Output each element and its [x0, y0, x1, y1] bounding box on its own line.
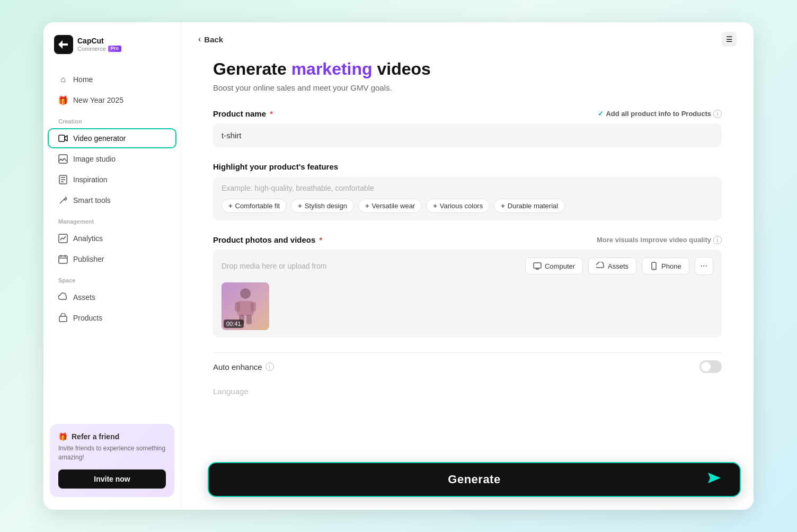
title-suffix: videos	[373, 59, 431, 78]
feature-tag-colors[interactable]: + Various colors	[426, 199, 490, 213]
sidebar-item-new-year[interactable]: 🎁 New Year 2025	[48, 90, 176, 110]
feature-tag-durable[interactable]: + Durable material	[494, 199, 565, 213]
sidebar-item-home-label: Home	[73, 75, 93, 84]
page-title: Generate marketing videos	[213, 59, 722, 79]
quality-note: More visuals improve video quality i	[597, 236, 722, 244]
media-thumbnails: 00:41	[222, 282, 713, 330]
sidebar-item-inspiration[interactable]: Inspiration	[48, 170, 176, 190]
sidebar-item-products[interactable]: Products	[48, 308, 176, 328]
product-name-label: Product name * ✓ Add all product info to…	[213, 109, 722, 118]
media-box: Drop media here or upload from Computer	[213, 250, 722, 338]
sidebar-item-products-label: Products	[73, 314, 102, 322]
auto-enhance-toggle[interactable]	[699, 360, 722, 373]
plus-icon: +	[365, 202, 369, 210]
image-studio-icon	[58, 154, 68, 164]
svg-rect-2	[59, 155, 67, 163]
upload-phone-button[interactable]: Phone	[642, 258, 689, 274]
svg-rect-23	[251, 302, 256, 312]
upload-assets-button[interactable]: Assets	[588, 258, 636, 274]
referral-gift-icon: 🎁	[58, 432, 67, 441]
sidebar-item-smart-tools[interactable]: Smart tools	[48, 190, 176, 210]
required-indicator: *	[317, 235, 322, 244]
brand-sub: Commerce Pro	[77, 46, 121, 52]
features-section: Highlight your product's features Exampl…	[213, 162, 722, 220]
invite-now-button[interactable]: Invite now	[58, 469, 166, 489]
generate-arrow-icon	[706, 469, 723, 490]
sidebar-item-video-label: Video generator	[73, 134, 126, 143]
analytics-icon	[58, 234, 68, 243]
form-area: Generate marketing videos Boost your onl…	[181, 47, 754, 510]
feature-tag-versatile[interactable]: + Versatile wear	[358, 199, 422, 213]
svg-rect-25	[246, 315, 252, 324]
sidebar-item-assets[interactable]: Assets	[48, 287, 176, 307]
svg-point-20	[240, 288, 251, 299]
plus-icon: +	[501, 202, 505, 210]
media-thumbnail[interactable]: 00:41	[222, 282, 269, 330]
required-indicator: *	[268, 109, 273, 118]
box-icon	[58, 313, 68, 323]
product-name-label-text: Product name *	[213, 109, 273, 118]
sidebar-item-image-studio[interactable]: Image studio	[48, 149, 176, 169]
features-placeholder: Example: high-quality, breathable, comfo…	[222, 184, 713, 192]
management-section-label: Management	[43, 211, 181, 228]
svg-rect-14	[59, 316, 67, 322]
capcut-logo-icon	[54, 35, 73, 54]
top-bar: ‹ Back ☰	[181, 22, 754, 47]
referral-title: Refer a friend	[72, 432, 119, 441]
sidebar-item-new-year-label: New Year 2025	[73, 96, 123, 104]
sidebar-item-image-label: Image studio	[73, 155, 116, 163]
features-box[interactable]: Example: high-quality, breathable, comfo…	[213, 176, 722, 220]
cloud-icon	[58, 292, 68, 302]
assets-icon	[596, 262, 605, 270]
quality-info-icon[interactable]: i	[713, 236, 722, 244]
main-content: ‹ Back ☰ Generate marketing videos Boost…	[181, 22, 754, 510]
feature-tags: + Comfortable fit + Stylish design + Ver…	[222, 199, 713, 213]
logo-text: CapCut Commerce Pro	[77, 37, 121, 51]
sidebar-item-video-generator[interactable]: Video generator	[48, 128, 176, 148]
back-button[interactable]: ‹ Back	[198, 34, 223, 44]
svg-rect-22	[235, 302, 240, 312]
svg-line-7	[60, 199, 64, 203]
svg-rect-15	[534, 263, 541, 268]
auto-enhance-row: Auto enhance i	[213, 352, 722, 380]
wand-icon	[58, 196, 68, 205]
sidebar-item-home[interactable]: ⌂ Home	[48, 69, 176, 90]
logo-area: CapCut Commerce Pro	[43, 35, 181, 69]
media-label: Product photos and videos * More visuals…	[213, 235, 722, 244]
svg-rect-1	[59, 135, 65, 141]
sidebar-item-publisher-label: Publisher	[73, 255, 104, 263]
computer-icon	[533, 262, 542, 270]
page-subtitle: Boost your online sales and meet your GM…	[213, 83, 722, 92]
sidebar-item-analytics[interactable]: Analytics	[48, 228, 176, 249]
feature-tag-label: Various colors	[440, 202, 483, 210]
enhance-info-icon[interactable]: i	[265, 362, 274, 371]
feature-tag-label: Versatile wear	[372, 202, 415, 210]
feature-tag-comfortable[interactable]: + Comfortable fit	[222, 199, 287, 213]
creation-section-label: Creation	[43, 111, 181, 128]
sidebar-item-publisher[interactable]: Publisher	[48, 249, 176, 269]
sidebar-toggle-icon[interactable]: ☰	[722, 32, 737, 47]
sidebar-item-analytics-label: Analytics	[73, 234, 103, 243]
gift-icon: 🎁	[58, 95, 68, 105]
sidebar: CapCut Commerce Pro ⌂ Home 🎁 New Year 20…	[43, 22, 181, 510]
upload-bar: Drop media here or upload from Computer	[222, 257, 713, 275]
brand-name: CapCut	[77, 37, 121, 45]
add-product-text: Add all product info to Products	[606, 110, 711, 118]
plus-icon: +	[228, 202, 233, 210]
sidebar-item-assets-label: Assets	[73, 293, 95, 302]
pro-badge: Pro	[108, 46, 121, 52]
more-options-button[interactable]: ···	[695, 257, 713, 275]
language-label: Language	[213, 380, 722, 396]
referral-card: 🎁 Refer a friend Invite friends to exper…	[50, 424, 174, 497]
publisher-icon	[58, 254, 68, 264]
space-section-label: Space	[43, 270, 181, 287]
media-label-text: Product photos and videos *	[213, 235, 322, 244]
generate-bar[interactable]: Generate	[208, 462, 741, 497]
auto-enhance-label: Auto enhance i	[213, 362, 274, 371]
product-name-input[interactable]	[213, 123, 722, 147]
features-label: Highlight your product's features	[213, 162, 722, 171]
product-info-icon[interactable]: i	[713, 110, 722, 118]
upload-computer-button[interactable]: Computer	[525, 258, 583, 274]
add-product-link[interactable]: ✓ Add all product info to Products i	[598, 110, 722, 118]
feature-tag-stylish[interactable]: + Stylish design	[291, 199, 354, 213]
